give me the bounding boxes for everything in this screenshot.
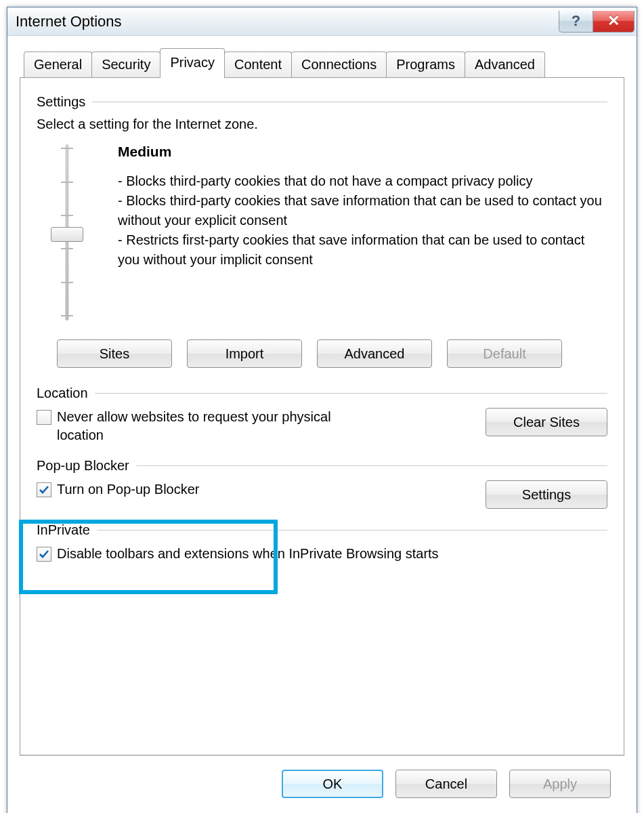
never-allow-location-checkbox[interactable]	[37, 410, 51, 425]
tab-security[interactable]: Security	[91, 51, 160, 77]
clear-sites-button[interactable]: Clear Sites	[486, 408, 607, 436]
slider-thumb[interactable]	[51, 227, 83, 242]
default-button: Default	[447, 339, 562, 368]
privacy-bullet: - Blocks third-party cookies that do not…	[118, 171, 607, 191]
client-area: General Security Privacy Content Connect…	[7, 36, 637, 813]
privacy-bullet: - Restricts first-party cookies that sav…	[118, 230, 607, 270]
tab-content[interactable]: Content	[224, 51, 292, 77]
inprivate-section-header: InPrivate	[37, 522, 607, 538]
popup-settings-button[interactable]: Settings	[486, 480, 607, 509]
settings-instruction: Select a setting for the Internet zone.	[37, 117, 607, 132]
divider	[92, 102, 607, 102]
popup-section-header: Pop-up Blocker	[37, 458, 607, 474]
inprivate-disable-toolbars-checkbox[interactable]	[37, 547, 51, 562]
divider	[97, 530, 607, 530]
privacy-level-description: Medium - Blocks third-party cookies that…	[118, 142, 607, 320]
ok-button[interactable]: OK	[282, 770, 383, 798]
privacy-level-slider[interactable]	[57, 144, 77, 320]
check-icon	[39, 549, 49, 560]
inprivate-disable-toolbars-label: Disable toolbars and extensions when InP…	[57, 545, 439, 563]
tab-programs[interactable]: Programs	[386, 51, 465, 77]
tab-advanced[interactable]: Advanced	[465, 51, 545, 77]
location-section-header: Location	[37, 385, 607, 401]
popup-blocker-label: Turn on Pop-up Blocker	[57, 480, 199, 499]
inprivate-header-label: InPrivate	[37, 522, 90, 538]
help-button[interactable]: ?	[559, 11, 593, 33]
privacy-panel: Settings Select a setting for the Intern…	[20, 78, 624, 755]
apply-button: Apply	[509, 770, 611, 798]
popup-header-label: Pop-up Blocker	[37, 458, 129, 474]
tab-connections[interactable]: Connections	[291, 51, 387, 77]
settings-section-header: Settings	[37, 94, 607, 110]
check-icon	[39, 484, 49, 495]
location-header-label: Location	[37, 385, 88, 401]
settings-header-label: Settings	[37, 94, 85, 110]
privacy-bullet: - Blocks third-party cookies that save i…	[118, 191, 607, 230]
never-allow-location-label: Never allow websites to request your phy…	[57, 408, 355, 444]
window-title: Internet Options	[16, 13, 559, 30]
tab-privacy[interactable]: Privacy	[160, 48, 225, 78]
tab-general[interactable]: General	[24, 51, 92, 77]
cancel-button[interactable]: Cancel	[395, 770, 497, 798]
advanced-button[interactable]: Advanced	[317, 339, 432, 368]
sites-button[interactable]: Sites	[57, 339, 172, 368]
popup-blocker-checkbox[interactable]	[37, 482, 51, 497]
tab-strip: General Security Privacy Content Connect…	[20, 48, 624, 78]
import-button[interactable]: Import	[187, 339, 302, 368]
privacy-level-name: Medium	[118, 142, 607, 162]
divider	[95, 393, 607, 394]
divider	[136, 465, 607, 466]
dialog-button-row: OK Cancel Apply	[20, 755, 624, 813]
internet-options-dialog: Internet Options ? ✕ General Security Pr…	[7, 7, 637, 813]
close-button[interactable]: ✕	[593, 11, 635, 33]
title-bar: Internet Options ? ✕	[7, 7, 637, 36]
